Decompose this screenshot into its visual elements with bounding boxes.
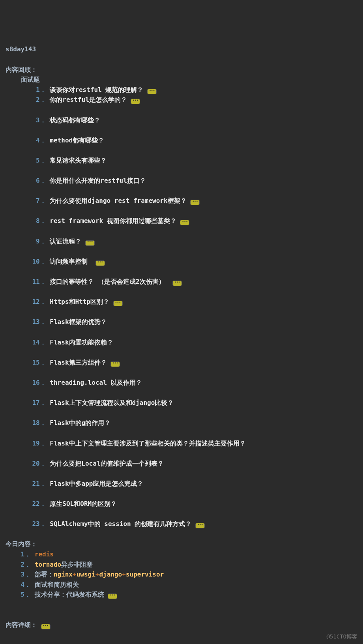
question-number: 9． <box>36 238 46 245</box>
question-number: 16． <box>32 379 46 386</box>
today-text: tornado <box>35 561 61 568</box>
question-text: Flask第三方组件？ <box>50 359 107 366</box>
question-text: Flask框架的优势？ <box>50 318 107 326</box>
question-text: 接口的幂等性？ （是否会造成2次伤害） <box>50 278 168 285</box>
question-text: 认证流程？ <box>50 238 81 245</box>
question-text: 为什么要把Local的值维护成一个列表？ <box>50 460 163 467</box>
question-text: 为什么要使用django rest framework框架？ <box>50 197 186 204</box>
question-number: 7． <box>36 197 46 204</box>
watermark: @51CTO博客 <box>326 632 357 641</box>
today-text: nginx <box>54 571 73 578</box>
question-number: 3． <box>36 116 46 124</box>
question-text: 谈谈你对restful 规范的理解？ <box>50 86 143 94</box>
question-number: 11． <box>32 278 46 285</box>
question-text: 状态码都有哪些？ <box>50 116 100 124</box>
question-text: Https和Http区别？ <box>50 298 109 305</box>
today-text: 面试和简历相关 <box>35 581 79 588</box>
question-number: 20． <box>32 460 46 467</box>
question-text: 原生SQL和ORM的区别？ <box>50 500 117 507</box>
today-text: redis <box>35 550 54 558</box>
question-number: 1． <box>36 86 46 94</box>
question-text: rest framework 视图你都用过哪些基类？ <box>50 217 176 225</box>
question-text: Flask中上下文管理主要涉及到了那些相关的类？并描述类主要作用？ <box>50 440 245 447</box>
question-text: SQLAlchemy中的 session 的创建有几种方式？ <box>50 520 191 528</box>
question-number: 12． <box>32 298 46 305</box>
question-number: 6． <box>36 177 46 184</box>
today-text: + <box>73 571 77 578</box>
fold-badge-icon[interactable] <box>147 89 157 94</box>
fold-badge-icon[interactable] <box>85 240 95 246</box>
fold-badge-icon[interactable] <box>110 361 120 367</box>
question-number: 8． <box>36 217 46 225</box>
question-number: 21． <box>32 480 46 487</box>
fold-badge-icon[interactable] <box>108 593 117 599</box>
question-text: Flask中多app应用是怎么完成？ <box>50 480 143 487</box>
fold-badge-icon[interactable] <box>41 624 51 629</box>
section-detail: 内容详细： <box>6 621 37 629</box>
question-number: 14． <box>32 339 46 346</box>
question-number: 15． <box>32 359 46 366</box>
question-text: method都有哪些？ <box>50 137 104 144</box>
question-number: 22． <box>32 500 46 507</box>
question-text: 访问频率控制 <box>50 258 92 265</box>
fold-badge-icon[interactable] <box>131 99 140 104</box>
today-text: 异步非阻塞 <box>61 561 93 568</box>
today-text: supervisor <box>126 571 164 578</box>
question-number: 4． <box>36 137 46 144</box>
fold-badge-icon[interactable] <box>113 301 123 306</box>
question-text: threading.local 以及作用？ <box>50 379 142 386</box>
today-text: django <box>99 571 122 578</box>
question-text: Flask中的g的作用？ <box>50 419 110 427</box>
section-today: 今日内容： <box>6 540 37 548</box>
fold-badge-icon[interactable] <box>190 200 200 205</box>
section-review: 内容回顾： <box>6 66 37 73</box>
today-text: uwsgi <box>77 571 95 578</box>
today-text: + <box>95 571 99 578</box>
today-text: 代码发布系统 <box>66 591 104 598</box>
question-number: 23． <box>32 520 46 528</box>
today-number: 1． <box>21 550 31 558</box>
fold-badge-icon[interactable] <box>172 281 182 286</box>
question-text: 常见请求头有哪些？ <box>50 157 107 164</box>
doc-title: s8day143 <box>6 45 36 53</box>
question-number: 13． <box>32 318 46 326</box>
question-number: 2． <box>36 96 46 103</box>
question-number: 5． <box>36 157 46 164</box>
today-text: + <box>122 571 126 578</box>
today-text: 部署： <box>35 571 54 578</box>
question-text: 你的restful是怎么学的？ <box>50 96 127 103</box>
fold-badge-icon[interactable] <box>195 523 205 528</box>
today-number: 3． <box>21 571 31 578</box>
document-root: s8day143 内容回顾： 面试题 1． 谈谈你对restful 规范的理解？… <box>6 44 357 630</box>
fold-badge-icon[interactable] <box>95 260 105 266</box>
fold-badge-icon[interactable] <box>180 220 189 225</box>
question-text: 你是用什么开发的restful接口？ <box>50 177 146 184</box>
question-number: 10． <box>32 258 46 265</box>
question-text: Flask内置功能依赖？ <box>50 339 113 346</box>
question-number: 17． <box>32 399 46 406</box>
question-text: Flask上下文管理流程以及和django比较？ <box>50 399 174 406</box>
question-number: 18． <box>32 419 46 427</box>
today-number: 4． <box>21 581 31 588</box>
today-number: 5． <box>21 591 31 598</box>
today-text: 技术分享： <box>35 591 66 598</box>
question-number: 19． <box>32 440 46 447</box>
subsection-interview: 面试题 <box>21 76 40 83</box>
today-number: 2． <box>21 561 31 568</box>
